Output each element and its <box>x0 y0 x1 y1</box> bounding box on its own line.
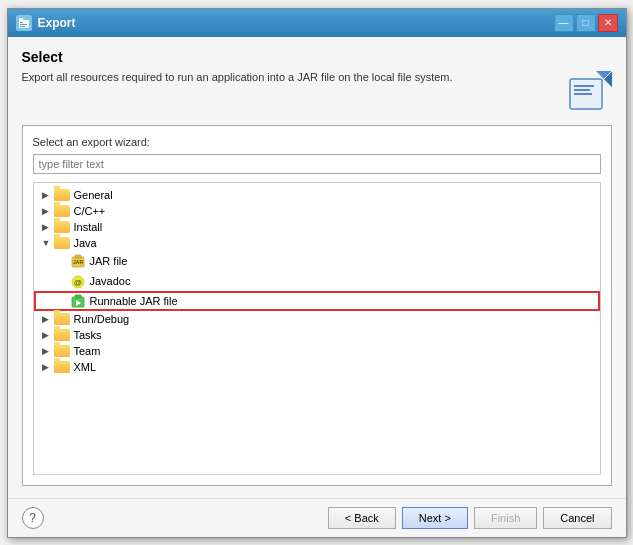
folder-icon <box>54 345 70 357</box>
button-bar: ? < Back Next > Finish Cancel <box>8 498 626 537</box>
chevron-right-icon: ▶ <box>42 206 54 216</box>
chevron-right-icon: ▶ <box>42 314 54 324</box>
filter-input[interactable] <box>33 154 601 174</box>
tree-label: Tasks <box>74 329 102 341</box>
svg-rect-18 <box>75 295 81 298</box>
tree-item-jar-file[interactable]: JAR JAR file <box>34 251 600 271</box>
section-description: Export all resources required to run an … <box>22 69 612 113</box>
close-button[interactable]: ✕ <box>598 14 618 32</box>
tree-item-general[interactable]: ▶ General <box>34 187 600 203</box>
svg-rect-1 <box>19 18 23 21</box>
tree-label: Run/Debug <box>74 313 130 325</box>
window-icon <box>16 15 32 31</box>
svg-rect-8 <box>574 93 592 95</box>
next-button[interactable]: Next > <box>402 507 468 529</box>
navigation-buttons: < Back Next > Finish Cancel <box>328 507 612 529</box>
svg-text:@: @ <box>74 278 82 287</box>
tree-item-javadoc[interactable]: @ Javadoc <box>34 271 600 291</box>
jar-icon: JAR <box>70 253 86 269</box>
tree-item-runnable-jar[interactable]: Runnable JAR file <box>34 291 600 311</box>
title-bar: Export — □ ✕ <box>8 9 626 37</box>
svg-rect-7 <box>574 89 590 91</box>
section-title: Select <box>22 49 612 65</box>
finish-button[interactable]: Finish <box>474 507 537 529</box>
svg-rect-6 <box>574 85 594 87</box>
tree-area: ▶ General ▶ C/C++ ▶ Install <box>33 182 601 475</box>
svg-rect-2 <box>20 22 23 23</box>
tree-item-install[interactable]: ▶ Install <box>34 219 600 235</box>
chevron-down-icon: ▼ <box>42 238 54 248</box>
tree-label: Java <box>74 237 97 249</box>
tree-item-run-debug[interactable]: ▶ Run/Debug <box>34 311 600 327</box>
tree-label: XML <box>74 361 97 373</box>
description-text: Export all resources required to run an … <box>22 69 560 86</box>
back-button[interactable]: < Back <box>328 507 396 529</box>
svg-rect-4 <box>20 26 25 27</box>
folder-open-icon <box>54 237 70 249</box>
tree-item-tasks[interactable]: ▶ Tasks <box>34 327 600 343</box>
tree-label: JAR file <box>90 255 128 267</box>
export-dialog: Export — □ ✕ Select Export all resources… <box>7 8 627 538</box>
folder-icon <box>54 361 70 373</box>
title-controls: — □ ✕ <box>554 14 618 32</box>
wizard-label: Select an export wizard: <box>33 136 601 148</box>
tree-item-team[interactable]: ▶ Team <box>34 343 600 359</box>
folder-icon <box>54 329 70 341</box>
folder-icon <box>54 313 70 325</box>
chevron-right-icon: ▶ <box>42 190 54 200</box>
tree-label: Install <box>74 221 103 233</box>
minimize-button[interactable]: — <box>554 14 574 32</box>
content-area: Select Export all resources required to … <box>8 37 626 498</box>
runnable-jar-icon <box>70 293 86 309</box>
chevron-right-icon: ▶ <box>42 346 54 356</box>
wizard-area: Select an export wizard: ▶ General ▶ C/C… <box>22 125 612 486</box>
tree-item-cpp[interactable]: ▶ C/C++ <box>34 203 600 219</box>
export-icon <box>568 69 612 113</box>
help-button[interactable]: ? <box>22 507 44 529</box>
tree-label: C/C++ <box>74 205 106 217</box>
chevron-right-icon: ▶ <box>42 330 54 340</box>
svg-text:JAR: JAR <box>72 259 82 265</box>
tree-label: Team <box>74 345 101 357</box>
folder-icon <box>54 189 70 201</box>
window-title: Export <box>38 16 76 30</box>
tree-item-xml[interactable]: ▶ XML <box>34 359 600 375</box>
folder-icon <box>54 205 70 217</box>
folder-icon <box>54 221 70 233</box>
svg-rect-3 <box>20 24 27 25</box>
tree-item-java[interactable]: ▼ Java <box>34 235 600 251</box>
tree-label: Runnable JAR file <box>90 295 178 307</box>
title-bar-left: Export <box>16 15 76 31</box>
svg-rect-13 <box>75 255 81 258</box>
chevron-right-icon: ▶ <box>42 222 54 232</box>
tree-label: Javadoc <box>90 275 131 287</box>
maximize-button[interactable]: □ <box>576 14 596 32</box>
chevron-right-icon: ▶ <box>42 362 54 372</box>
javadoc-icon: @ <box>70 273 86 289</box>
cancel-button[interactable]: Cancel <box>543 507 611 529</box>
tree-label: General <box>74 189 113 201</box>
